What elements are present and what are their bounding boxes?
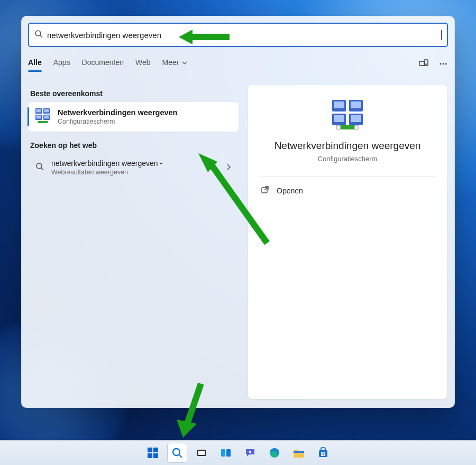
svg-rect-50 [321, 452, 323, 454]
svg-point-7 [445, 63, 447, 64]
svg-rect-20 [334, 101, 344, 108]
results-column: Beste overeenkomst Netwerkverbindingen w… [28, 85, 239, 181]
search-icon [35, 162, 44, 173]
preview-subtitle: Configuratiescherm [259, 155, 436, 163]
svg-rect-15 [44, 116, 49, 119]
preview-title: Netwerkverbindingen weergeven [259, 140, 436, 152]
svg-rect-51 [324, 452, 326, 454]
svg-rect-22 [351, 101, 361, 108]
tab-documents[interactable]: Documenten [82, 58, 124, 71]
preview-pane: Netwerkverbindingen weergeven Configurat… [248, 85, 447, 399]
tab-more[interactable]: Meer [162, 58, 188, 71]
search-input[interactable] [43, 31, 441, 40]
svg-rect-37 [153, 448, 158, 452]
svg-point-4 [426, 63, 426, 64]
svg-point-5 [440, 63, 442, 64]
svg-rect-26 [351, 115, 361, 122]
tab-all[interactable]: Alle [28, 58, 42, 71]
tab-web[interactable]: Web [135, 58, 151, 71]
result-best-match[interactable]: Netwerkverbindingen weergeven Configurat… [28, 102, 239, 132]
svg-rect-49 [319, 450, 327, 457]
text-caret [441, 30, 442, 40]
action-open[interactable]: Openen [259, 180, 436, 201]
section-best-match-label: Beste overeenkomst [30, 89, 239, 98]
taskbar-chat-button[interactable] [240, 443, 260, 463]
taskbar-store-button[interactable] [313, 443, 333, 463]
taskbar-taskview-button[interactable] [191, 443, 212, 463]
taskbar-explorer-button[interactable] [289, 443, 309, 463]
taskbar-search-button[interactable] [167, 443, 187, 463]
svg-rect-28 [336, 125, 341, 129]
svg-line-18 [41, 168, 43, 170]
svg-point-17 [36, 163, 42, 169]
chevron-right-icon [226, 163, 231, 172]
web-result-title: netwerkverbindingen weergeven [51, 159, 158, 168]
search-icon [34, 30, 43, 40]
svg-point-6 [443, 63, 444, 64]
section-web-label: Zoeken op het web [30, 141, 239, 150]
result-web-search[interactable]: netwerkverbindingen weergeven - Webresul… [28, 154, 239, 181]
chevron-down-icon [182, 60, 187, 66]
svg-point-40 [173, 449, 180, 455]
svg-rect-39 [153, 453, 158, 458]
svg-rect-11 [44, 109, 49, 113]
open-icon [261, 185, 269, 196]
taskbar-edge-button[interactable] [264, 443, 285, 463]
network-connections-icon [34, 107, 51, 126]
svg-rect-44 [221, 449, 225, 457]
svg-rect-45 [226, 449, 231, 457]
svg-rect-29 [354, 125, 359, 129]
action-open-label: Openen [277, 187, 303, 195]
svg-rect-13 [36, 116, 41, 119]
svg-rect-16 [38, 121, 48, 123]
web-result-subtitle: Webresultaten weergeven [51, 169, 162, 176]
svg-rect-52 [321, 454, 323, 457]
tab-apps[interactable]: Apps [53, 58, 70, 71]
result-subtitle: Configuratiescherm [58, 118, 177, 125]
svg-point-0 [35, 31, 41, 36]
svg-line-41 [179, 455, 182, 458]
preview-icon [259, 99, 436, 131]
svg-rect-38 [148, 453, 152, 458]
search-bar[interactable] [28, 23, 448, 47]
svg-rect-48 [294, 451, 304, 453]
svg-rect-43 [198, 451, 205, 455]
taskbar-widgets-button[interactable] [216, 443, 236, 463]
search-tabs: Alle Apps Documenten Web Meer [28, 55, 448, 73]
cross-device-search-icon[interactable] [418, 59, 429, 71]
result-title: Netwerkverbindingen weergeven [58, 108, 177, 117]
search-panel: Alle Apps Documenten Web Meer Beste [21, 16, 455, 408]
svg-line-1 [40, 35, 42, 38]
svg-rect-9 [36, 109, 41, 113]
tab-more-label: Meer [162, 58, 179, 67]
taskbar [0, 440, 476, 465]
more-options-icon[interactable] [438, 59, 448, 70]
svg-point-46 [249, 451, 251, 453]
taskbar-start-button[interactable] [143, 443, 163, 463]
svg-rect-53 [324, 454, 326, 457]
divider [259, 176, 436, 177]
svg-rect-36 [148, 448, 152, 452]
svg-rect-24 [334, 115, 344, 122]
